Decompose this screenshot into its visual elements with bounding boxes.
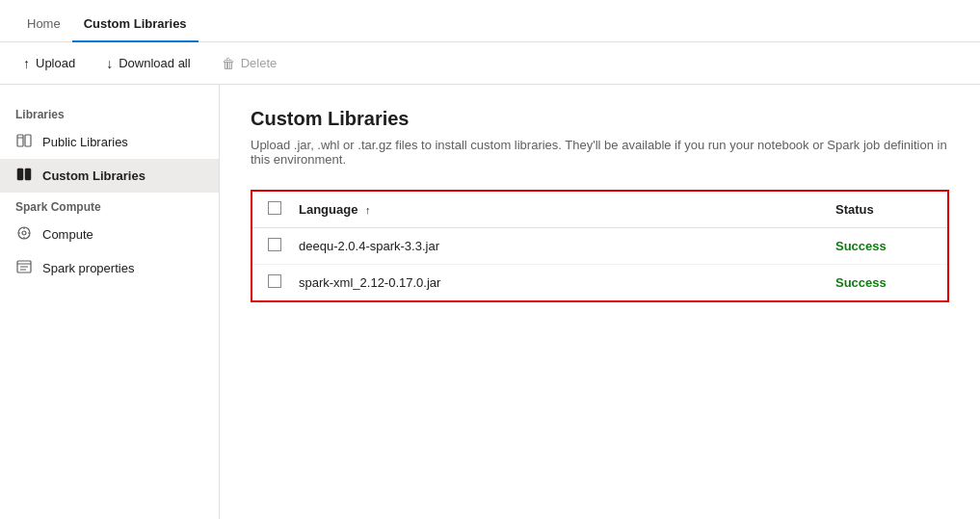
svg-rect-1 <box>25 135 31 146</box>
sidebar-item-compute[interactable]: Compute <box>0 218 219 251</box>
row-1-status: Success <box>835 239 932 253</box>
row-1-filename: deequ-2.0.4-spark-3.3.jar <box>299 239 835 253</box>
svg-point-6 <box>22 231 26 235</box>
page-title: Custom Libraries <box>251 108 949 130</box>
main-layout: Libraries Public Libraries Custom Librar… <box>0 85 980 519</box>
spark-properties-icon <box>15 259 33 277</box>
delete-label: Delete <box>241 56 278 70</box>
table-header: Language ↑ Status <box>252 192 947 228</box>
row-2-status: Success <box>835 275 932 290</box>
svg-rect-3 <box>17 169 23 180</box>
public-libraries-icon <box>15 133 33 151</box>
libraries-table: Language ↑ Status deequ-2.0.4-spark-3.3.… <box>251 190 949 302</box>
upload-icon: ↑ <box>23 56 30 71</box>
page-description: Upload .jar, .whl or .tar.gz files to in… <box>251 138 949 167</box>
download-all-button[interactable]: ↓ Download all <box>98 52 198 75</box>
toolbar: ↑ Upload ↓ Download all 🗑 Delete <box>0 42 980 85</box>
table-row: deequ-2.0.4-spark-3.3.jar Success <box>252 228 947 265</box>
sidebar-item-custom-libraries-label: Custom Libraries <box>42 169 146 183</box>
language-column-header[interactable]: Language ↑ <box>299 202 835 217</box>
sidebar-item-custom-libraries[interactable]: Custom Libraries <box>0 159 219 193</box>
sidebar: Libraries Public Libraries Custom Librar… <box>0 85 220 519</box>
delete-button[interactable]: 🗑 Delete <box>214 52 285 75</box>
top-nav: Home Custom Libraries <box>0 0 980 42</box>
upload-label: Upload <box>36 56 75 70</box>
download-all-label: Download all <box>119 56 190 70</box>
header-checkbox-cell <box>268 201 299 218</box>
row-2-checkbox[interactable] <box>268 274 281 288</box>
sidebar-item-public-libraries-label: Public Libraries <box>42 135 128 149</box>
language-header-label: Language <box>299 202 358 217</box>
row-1-checkbox[interactable] <box>268 238 281 251</box>
table-row: spark-xml_2.12-0.17.0.jar Success <box>252 265 947 300</box>
sort-icon: ↑ <box>365 204 371 216</box>
header-checkbox[interactable] <box>268 201 281 215</box>
svg-rect-0 <box>17 135 23 146</box>
spark-compute-section-label: Spark Compute <box>0 193 219 218</box>
libraries-section-label: Libraries <box>0 100 219 125</box>
upload-button[interactable]: ↑ Upload <box>15 52 83 75</box>
sidebar-item-public-libraries[interactable]: Public Libraries <box>0 125 219 159</box>
row-2-filename: spark-xml_2.12-0.17.0.jar <box>299 275 835 290</box>
row-checkbox-cell-2 <box>268 274 299 291</box>
sidebar-item-compute-label: Compute <box>42 227 93 242</box>
sidebar-item-spark-properties-label: Spark properties <box>42 261 134 275</box>
status-column-header: Status <box>835 202 932 217</box>
nav-custom-libraries[interactable]: Custom Libraries <box>72 7 199 42</box>
custom-libraries-icon <box>15 167 33 185</box>
row-checkbox-cell-1 <box>268 238 299 254</box>
content-area: Custom Libraries Upload .jar, .whl or .t… <box>220 85 980 519</box>
nav-home[interactable]: Home <box>15 7 72 42</box>
sidebar-item-spark-properties[interactable]: Spark properties <box>0 251 219 285</box>
delete-icon: 🗑 <box>222 56 235 71</box>
compute-icon <box>15 225 33 244</box>
download-icon: ↓ <box>106 56 113 71</box>
svg-rect-4 <box>25 169 31 180</box>
